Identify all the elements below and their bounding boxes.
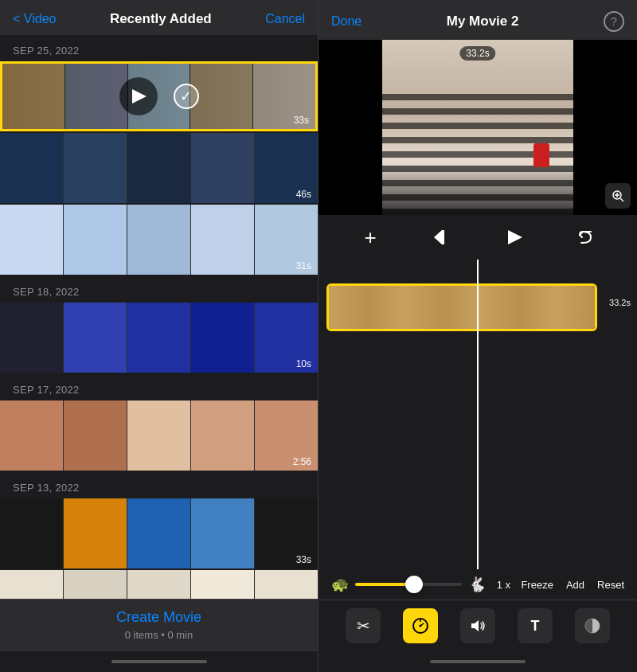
selected-overlay: ✓ bbox=[2, 64, 315, 129]
play-icon bbox=[132, 89, 147, 104]
left-header: < Video Recently Added Cancel bbox=[0, 0, 318, 35]
speed-value: 1 x bbox=[492, 579, 514, 591]
back-button[interactable]: < Video bbox=[13, 12, 56, 26]
video-item-2[interactable]: 46s bbox=[0, 133, 318, 203]
check-icon: ✓ bbox=[174, 84, 199, 109]
thumb-2 bbox=[64, 400, 127, 471]
freeze-button[interactable]: Freeze bbox=[521, 579, 553, 591]
svg-rect-5 bbox=[442, 230, 444, 244]
thumb-2 bbox=[64, 205, 127, 275]
clip-frame bbox=[519, 286, 557, 329]
svg-marker-10 bbox=[471, 620, 479, 631]
speed-actions: Freeze Add Reset bbox=[521, 579, 624, 591]
video-duration-5: 2:56 bbox=[293, 456, 311, 467]
video-item-5[interactable]: 2:56 bbox=[0, 400, 318, 471]
video-item-7[interactable] bbox=[0, 570, 318, 599]
help-button[interactable]: ? bbox=[604, 11, 624, 32]
clip-frame bbox=[557, 286, 595, 329]
thumb-3 bbox=[127, 498, 190, 568]
speed-bar: 🐢 🐇 1 x Freeze Add Reset bbox=[318, 569, 637, 600]
home-indicator-left bbox=[0, 651, 318, 672]
rewind-button[interactable] bbox=[428, 223, 456, 252]
home-indicator-right bbox=[318, 651, 637, 672]
reset-speed-button[interactable]: Reset bbox=[597, 579, 624, 591]
cancel-button[interactable]: Cancel bbox=[265, 12, 305, 26]
thumb-1 bbox=[0, 570, 63, 599]
video-item-1[interactable]: ✓ 33s bbox=[0, 61, 318, 131]
clip-frame bbox=[481, 286, 519, 329]
thumb-2 bbox=[64, 570, 127, 599]
page-title: Recently Added bbox=[110, 11, 212, 27]
clip-frame bbox=[404, 286, 443, 329]
slow-speed-icon: 🐢 bbox=[331, 576, 349, 593]
bottom-tools: ✂ T bbox=[318, 600, 637, 651]
thumb-1 bbox=[0, 400, 63, 471]
video-item-6[interactable]: 33s bbox=[0, 498, 318, 568]
speed-slider-thumb[interactable] bbox=[405, 576, 423, 593]
section-header-sep25: SEP 25, 2022 bbox=[0, 35, 318, 61]
section-header-sep18: SEP 18, 2022 bbox=[0, 276, 318, 303]
video-item-3[interactable]: 31s bbox=[0, 205, 318, 275]
thumb-5 bbox=[255, 570, 318, 599]
timeline-playhead bbox=[477, 260, 479, 569]
video-item-4[interactable]: 10s bbox=[0, 303, 318, 373]
fast-speed-icon: 🐇 bbox=[468, 576, 486, 593]
video-duration-1: 33s bbox=[294, 115, 309, 126]
svg-marker-4 bbox=[434, 230, 442, 244]
clip-duration-label: 33.2s bbox=[609, 298, 631, 307]
video-duration-4: 10s bbox=[296, 358, 311, 369]
filter-tool[interactable] bbox=[575, 608, 610, 643]
speed-slider[interactable] bbox=[355, 583, 462, 586]
preview-timestamp: 33.2s bbox=[459, 46, 495, 61]
svg-point-9 bbox=[420, 625, 422, 627]
video-duration-3: 31s bbox=[296, 260, 311, 272]
clip-frame bbox=[443, 286, 481, 329]
thumb-3 bbox=[127, 303, 190, 373]
thumb-3 bbox=[127, 570, 190, 599]
movie-title: My Movie 2 bbox=[447, 14, 519, 29]
timeline-area[interactable]: 33.2s bbox=[318, 260, 637, 569]
play-pause-button[interactable] bbox=[499, 223, 528, 252]
text-tool[interactable]: T bbox=[518, 608, 553, 643]
thumb-4 bbox=[191, 205, 254, 275]
undo-button[interactable] bbox=[571, 223, 600, 252]
preview-area: 33.2s bbox=[318, 40, 637, 215]
video-duration-2: 46s bbox=[296, 189, 311, 200]
home-bar-left bbox=[111, 660, 207, 663]
thumb-4 bbox=[191, 570, 254, 599]
thumb-2 bbox=[64, 133, 127, 203]
scissors-tool[interactable]: ✂ bbox=[346, 608, 381, 643]
clip-frame bbox=[367, 286, 405, 329]
thumb-4 bbox=[191, 303, 254, 373]
thumb-4 bbox=[191, 498, 254, 568]
add-speed-button[interactable]: Add bbox=[566, 579, 584, 591]
done-button[interactable]: Done bbox=[331, 14, 361, 29]
transport-bar: + bbox=[318, 215, 637, 260]
volume-tool[interactable] bbox=[460, 608, 495, 643]
create-movie-button[interactable]: Create Movie bbox=[13, 609, 305, 626]
right-panel: Done My Movie 2 ? 33.2s bbox=[318, 0, 637, 672]
thumb-1 bbox=[0, 205, 63, 275]
thumb-4 bbox=[191, 133, 254, 203]
zoom-button[interactable] bbox=[605, 183, 631, 209]
thumb-1 bbox=[0, 303, 63, 373]
thumb-3 bbox=[127, 400, 190, 471]
create-movie-subtitle: 0 items • 0 min bbox=[125, 629, 193, 641]
thumb-2 bbox=[64, 498, 127, 568]
right-header: Done My Movie 2 ? bbox=[318, 0, 637, 40]
thumb-1 bbox=[0, 498, 63, 568]
thumb-3 bbox=[127, 133, 190, 203]
play-button[interactable] bbox=[119, 77, 158, 115]
thumb-2 bbox=[64, 303, 127, 373]
clip-frame bbox=[329, 286, 367, 329]
thumb-4 bbox=[191, 400, 254, 471]
section-header-sep13: SEP 13, 2022 bbox=[0, 472, 318, 498]
thumb-1 bbox=[0, 133, 63, 203]
home-bar-right bbox=[430, 660, 526, 663]
speed-tool[interactable] bbox=[403, 608, 438, 643]
thumb-3 bbox=[127, 205, 190, 275]
timeline-clip[interactable] bbox=[326, 283, 597, 331]
svg-line-1 bbox=[620, 198, 623, 201]
video-duration-6: 33s bbox=[296, 554, 311, 565]
add-media-button[interactable]: + bbox=[356, 223, 385, 252]
